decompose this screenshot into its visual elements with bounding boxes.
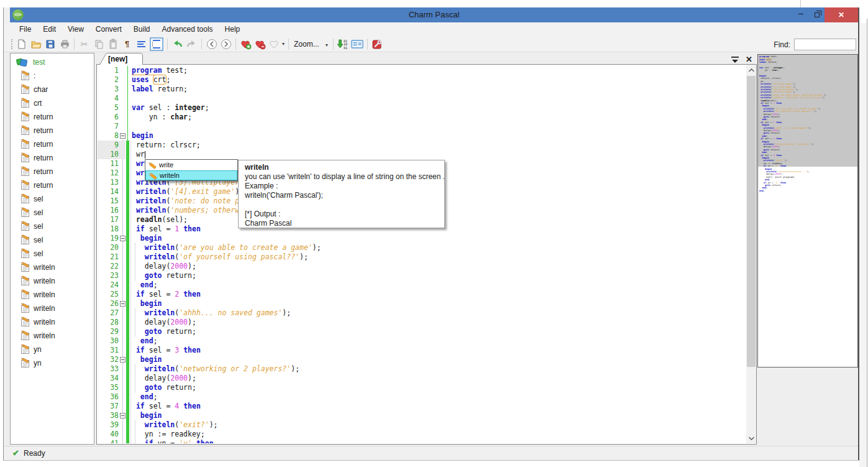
tree-item-crt[interactable]: crt <box>11 96 94 110</box>
autocomplete-item-write[interactable]: write <box>145 160 237 170</box>
tree-item-colon[interactable]: : <box>11 69 94 83</box>
region-toggle-button[interactable] <box>148 38 165 50</box>
zoom-menu-button[interactable]: Zoom...▾ <box>291 40 331 49</box>
code-line-41: 41 if yn = 'y' then <box>97 439 746 443</box>
undo-button[interactable] <box>170 38 185 50</box>
find-input[interactable] <box>794 39 856 50</box>
scroll-down-button[interactable] <box>746 433 756 443</box>
code-line-26: 26 begin <box>97 299 746 308</box>
line-number: 19 <box>98 234 119 243</box>
tree-item-return[interactable]: return <box>11 151 94 165</box>
code-area[interactable]: 1program test;2uses crt;3label return;45… <box>97 65 746 443</box>
menu-build[interactable]: Build <box>134 25 150 34</box>
code-line-29: 29 goto return; <box>97 327 746 336</box>
code-line-33: 33 writeln('networking or 2 players?'); <box>97 364 746 374</box>
tree-item-sel[interactable]: sel <box>11 206 94 220</box>
align-lines-button[interactable] <box>134 38 148 50</box>
tree-item-label: sel <box>34 249 43 258</box>
tree-root-test[interactable]: test <box>11 55 94 69</box>
background-edge <box>867 19 867 467</box>
goto-line-button[interactable]: 011001 <box>336 38 350 50</box>
tree-item-writeln[interactable]: writeln <box>11 315 94 329</box>
remove-favorite-button[interactable] <box>253 38 267 50</box>
minimize-button[interactable]: – <box>794 7 808 22</box>
line-number: 8 <box>98 131 119 141</box>
menu-file[interactable]: File <box>19 25 31 34</box>
code-editor[interactable]: 1program test;2uses crt;3label return;45… <box>96 65 757 445</box>
tree-item-return[interactable]: return <box>11 137 94 151</box>
pilcrow-button[interactable]: ¶ <box>120 38 134 50</box>
fold-marker[interactable] <box>120 236 126 241</box>
editor-tab-label: [new] <box>108 55 127 63</box>
line-number: 20 <box>98 243 119 252</box>
line-number: 31 <box>98 346 119 355</box>
line-number: 37 <box>98 402 119 411</box>
fold-marker[interactable] <box>120 301 126 307</box>
tree-item-yn[interactable]: yn <box>11 356 94 370</box>
maximize-button[interactable] <box>810 7 824 22</box>
tree-item-return[interactable]: return <box>11 124 94 137</box>
tree-item-sel[interactable]: sel <box>11 233 94 247</box>
favorites-menu-button[interactable]: ▾ <box>267 38 286 50</box>
menu-help[interactable]: Help <box>225 25 240 34</box>
new-file-button[interactable] <box>14 38 29 50</box>
redo-button[interactable] <box>185 38 199 50</box>
scrollbar-thumb[interactable] <box>747 76 756 367</box>
navigate-forward-button[interactable] <box>219 38 233 50</box>
tree-item-label: writeln <box>34 318 55 326</box>
tree-item-writeln[interactable]: writeln <box>11 329 94 343</box>
close-button[interactable]: ✕ <box>825 7 858 22</box>
tree-item-writeln[interactable]: writeln <box>11 302 94 315</box>
tree-item-return[interactable]: return <box>11 165 94 178</box>
tree-item-sel[interactable]: sel <box>11 220 94 233</box>
tree-item-return[interactable]: return <box>11 178 94 192</box>
tree-item-writeln[interactable]: writeln <box>11 288 94 302</box>
title-bar: </> Charm Pascal – ✕ <box>10 7 858 22</box>
menu-convert[interactable]: Convert <box>96 25 122 34</box>
tree-item-writeln[interactable]: writeln <box>11 261 94 274</box>
fold-marker[interactable] <box>120 357 126 363</box>
tab-list-button[interactable] <box>731 56 739 63</box>
menu-edit[interactable]: Edit <box>43 25 56 34</box>
fold-marker[interactable] <box>120 133 126 139</box>
editor-vertical-scrollbar[interactable] <box>746 65 756 443</box>
cut-button[interactable]: ✂ <box>77 38 91 50</box>
line-number: 33 <box>98 364 119 374</box>
tree-item-label: crt <box>34 99 42 108</box>
paste-button[interactable] <box>106 38 120 50</box>
line-number: 10 <box>98 150 119 159</box>
menu-advanced-tools[interactable]: Advanced tools <box>162 25 213 34</box>
code-line-31: 31 if sel = 3 then <box>97 346 746 355</box>
status-text: Ready <box>24 449 45 458</box>
tree-item-yn[interactable]: yn <box>11 343 94 356</box>
open-file-button[interactable] <box>29 38 43 50</box>
unit-icon <box>21 303 31 313</box>
line-number: 35 <box>98 383 119 392</box>
line-number: 9 <box>98 141 119 150</box>
tree-item-char[interactable]: char <box>11 83 94 96</box>
options-button[interactable] <box>370 38 385 50</box>
print-button[interactable] <box>57 38 71 50</box>
menu-view[interactable]: View <box>68 25 84 34</box>
fold-marker[interactable] <box>120 413 126 418</box>
code-line-2: 2uses crt; <box>97 75 746 85</box>
copy-button[interactable] <box>91 38 106 50</box>
code-minimap[interactable]: program test;uses crt;label return;var s… <box>757 54 858 368</box>
tree-item-sel[interactable]: sel <box>11 192 94 206</box>
close-tab-button[interactable]: ✕ <box>746 55 752 64</box>
tree-item-label: sel <box>34 222 43 231</box>
unit-icon <box>21 84 31 95</box>
add-favorite-button[interactable] <box>239 38 253 50</box>
line-number: 23 <box>98 271 119 280</box>
pencil-icon <box>148 172 158 180</box>
tree-item-label: return <box>34 126 53 135</box>
autocomplete-item-writeln[interactable]: writeln <box>145 170 237 180</box>
tree-item-writeln[interactable]: writeln <box>11 274 94 288</box>
save-button[interactable] <box>43 38 57 50</box>
tree-item-return[interactable]: return <box>11 110 94 124</box>
tree-item-sel[interactable]: sel <box>11 247 94 261</box>
navigate-back-button[interactable] <box>204 38 219 50</box>
panel-view-button[interactable] <box>350 38 365 50</box>
tree-item-label: sel <box>34 236 43 244</box>
scroll-up-button[interactable] <box>746 65 756 75</box>
